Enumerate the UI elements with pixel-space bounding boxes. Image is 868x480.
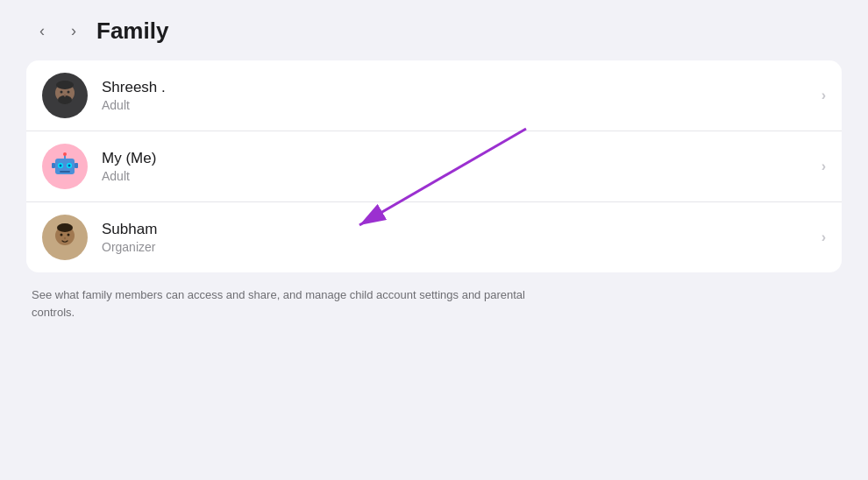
svg-point-3 xyxy=(60,91,63,94)
svg-rect-14 xyxy=(52,163,55,168)
member-info-shreesh: Shreesh . Adult xyxy=(102,79,822,112)
forward-button[interactable]: › xyxy=(61,19,86,44)
svg-point-10 xyxy=(68,165,71,167)
svg-point-4 xyxy=(68,91,70,94)
page-title: Family xyxy=(96,18,168,45)
avatar-shreesh xyxy=(42,73,88,118)
member-info-my: My (Me) Adult xyxy=(102,150,822,183)
chevron-shreesh: › xyxy=(822,88,826,103)
svg-point-1 xyxy=(56,81,74,89)
avatar-my xyxy=(42,144,88,189)
member-row-subham[interactable]: Subham Organizer › xyxy=(26,202,842,272)
header: ‹ › Family xyxy=(26,18,842,45)
member-info-subham: Subham Organizer xyxy=(102,221,822,254)
member-role-subham: Organizer xyxy=(102,240,822,254)
avatar-subham xyxy=(42,215,88,260)
member-name-shreesh: Shreesh . xyxy=(102,79,822,96)
member-row-shreesh[interactable]: Shreesh . Adult › xyxy=(26,60,842,131)
member-role-shreesh: Adult xyxy=(102,98,822,112)
family-members-card: Shreesh . Adult › xyxy=(26,60,842,272)
footer-text: See what family members can access and s… xyxy=(26,286,570,321)
svg-point-9 xyxy=(60,165,62,167)
svg-rect-15 xyxy=(75,163,78,168)
chevron-subham: › xyxy=(822,229,826,245)
svg-point-18 xyxy=(60,234,63,236)
member-name-subham: Subham xyxy=(102,221,822,238)
svg-point-13 xyxy=(63,152,67,156)
svg-rect-11 xyxy=(60,171,70,173)
member-row-my[interactable]: My (Me) Adult › xyxy=(26,131,842,202)
page-container: ‹ › Family xyxy=(0,0,868,480)
back-button[interactable]: ‹ xyxy=(30,19,54,44)
member-role-my: Adult xyxy=(102,169,822,183)
chevron-my: › xyxy=(822,159,826,174)
svg-point-20 xyxy=(64,237,66,239)
svg-point-19 xyxy=(68,234,70,236)
member-name-my: My (Me) xyxy=(102,150,822,167)
svg-point-5 xyxy=(64,95,66,97)
svg-point-17 xyxy=(57,223,73,232)
